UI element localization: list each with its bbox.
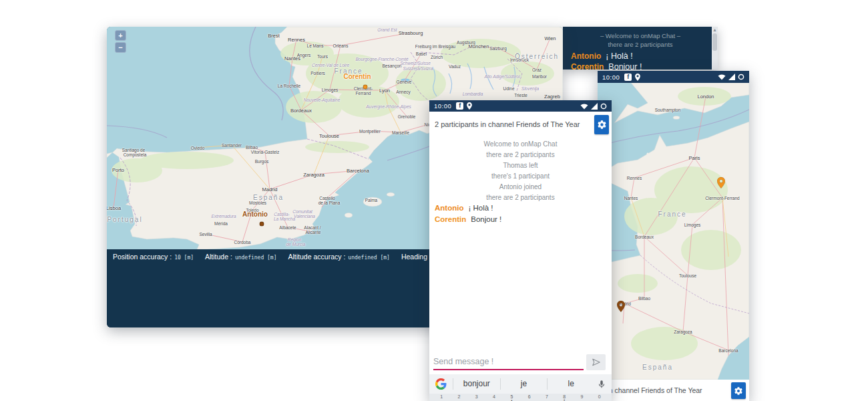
back-chat-window: – Welcome to onMap Chat –there are 2 par… [563, 27, 718, 70]
mic-icon [597, 379, 606, 390]
mic-button[interactable] [594, 379, 609, 390]
scrollbar-up-icon[interactable]: ▲ [712, 27, 718, 33]
status-value: 10 [m] [174, 255, 194, 261]
system-message: there are 2 participants [429, 192, 612, 203]
welcome-lines: – Welcome to onMap Chat –there are 2 par… [563, 27, 718, 49]
status-item: Altitude : undefined [m] [205, 253, 276, 261]
keyboard-key[interactable]: 4 r [485, 394, 503, 401]
system-message: Welcome to onMap Chat [429, 139, 612, 150]
keyboard-key[interactable]: 1 a [433, 394, 450, 401]
facebook-notification-icon: f [624, 74, 632, 81]
chat-username: Antonio [435, 204, 463, 212]
keyboard-suggestion-bar: bonjourjele [429, 374, 612, 394]
status-value: undefined [m] [235, 255, 277, 261]
keyboard-key[interactable]: 7 u [538, 394, 556, 401]
chat-message: Corentin Bonjour ! [429, 214, 612, 225]
status-label: Heading : [401, 253, 431, 261]
chat-username: Corentin [435, 215, 466, 223]
channel-title: 2 participants in channel Friends of The… [435, 120, 580, 128]
map-pin[interactable] [617, 301, 625, 315]
map-pin[interactable] [717, 177, 725, 191]
suggestion-list: bonjourjele [453, 374, 594, 394]
chat-message: Corentin Bonjour ! [563, 61, 718, 70]
map-zoom-control: + − [115, 30, 126, 54]
back-chat-messages: Antonio ¡ Holà ! Corentin Bonjour ! [563, 51, 718, 70]
phone-map[interactable]: LondonSouthamptonParisRennesNantesFrance… [598, 83, 749, 380]
system-messages: Welcome to onMap Chatthere are 2 partici… [429, 139, 612, 203]
android-status-bar: 10:00 f [429, 100, 612, 112]
battery-icon [738, 74, 744, 80]
message-input[interactable] [433, 354, 584, 370]
zoom-out-button[interactable]: − [115, 42, 126, 53]
chat-text: Bonjour ! [471, 215, 501, 223]
marker-dot[interactable] [260, 222, 264, 227]
keyboard-key[interactable]: 8 i [556, 394, 573, 401]
chat-message: Antonio ¡ Holà ! [429, 203, 612, 214]
google-logo-icon[interactable] [435, 378, 447, 390]
suggestion-chip[interactable]: le [547, 378, 594, 390]
gear-icon [597, 120, 607, 130]
chat-messages: Antonio ¡ Holà ! Corentin Bonjour ! [429, 203, 612, 225]
status-label: Altitude accuracy : [288, 253, 346, 261]
chat-username: Corentin [571, 62, 604, 70]
keyboard-key[interactable]: 5 t [503, 394, 520, 401]
zoom-in-button[interactable]: + [115, 30, 126, 41]
battery-icon [600, 103, 607, 110]
suggestion-chip[interactable]: je [500, 378, 548, 390]
keyboard-key[interactable]: 6 y [520, 394, 537, 401]
marker-name: Corentin [343, 73, 371, 80]
suggestion-chip[interactable]: bonjour [453, 378, 500, 390]
marker-name: Antonio [242, 211, 268, 218]
status-label: Altitude : [205, 253, 232, 261]
keyboard-key[interactable]: 2 z [450, 394, 467, 401]
location-notification-icon [635, 74, 640, 81]
status-value: undefined [m] [348, 255, 390, 261]
gear-icon [734, 386, 743, 396]
channel-title: 2 participants in channel Friends of The… [598, 386, 702, 394]
front-phone-screenshot: 10:00 f 2 participants in channel Friend… [429, 100, 612, 401]
send-icon [591, 358, 602, 367]
phone-map-graphic [598, 83, 749, 380]
settings-button[interactable] [594, 115, 609, 134]
system-message: there's 1 participant [429, 171, 612, 182]
channel-header: 2 participants in channel Friends of The… [429, 112, 612, 138]
scrollbar-thumb[interactable] [712, 33, 717, 51]
status-label: Position accuracy : [113, 253, 172, 261]
middle-phone-screenshot: 10:00 f [598, 71, 749, 401]
keyboard-key[interactable]: 9 o [573, 394, 590, 401]
system-message: – Welcome to onMap Chat – [563, 31, 718, 40]
system-message: there are 2 participants [429, 150, 612, 160]
signal-icon [591, 103, 598, 110]
clock: 10:00 [602, 74, 620, 81]
status-item: Position accuracy : 10 [m] [113, 253, 194, 261]
system-message: there are 2 participants [563, 40, 718, 49]
status-item: Altitude accuracy : undefined [m] [288, 253, 390, 261]
keyboard-number-row: 1 a 2 z 3 e 4 r [429, 394, 612, 401]
collage-stage: – Welcome to onMap Chat –there are 2 par… [0, 0, 868, 401]
wifi-icon [718, 74, 726, 80]
message-input-row [429, 353, 612, 373]
wifi-icon [580, 103, 588, 110]
signal-icon [728, 74, 735, 80]
marker-dot[interactable] [363, 85, 368, 90]
system-message: Thomas left [429, 160, 612, 171]
keyboard-key[interactable]: 3 e [468, 394, 485, 401]
send-button[interactable] [586, 354, 606, 370]
keyboard-key[interactable]: 0 p [591, 394, 608, 401]
chat-username: Antonio [571, 51, 601, 61]
chat-message: Antonio ¡ Holà ! [563, 51, 718, 61]
android-status-bar: 10:00 f [598, 71, 749, 83]
chat-text: ¡ Holà ! [606, 51, 632, 61]
chat-text: Bonjour ! [608, 62, 642, 70]
chat-text: ¡ Holà ! [468, 204, 493, 212]
channel-header: 2 participants in channel Friends of The… [598, 380, 749, 401]
settings-button[interactable] [731, 382, 746, 399]
scrollbar[interactable]: ▲ [712, 27, 718, 70]
facebook-notification-icon: f [456, 102, 463, 110]
system-message: Antonio joined [429, 182, 612, 192]
location-notification-icon [467, 102, 472, 110]
clock: 10:00 [434, 102, 451, 110]
keyboard-top-row: 1 a 2 z 3 e 4 r [429, 394, 612, 401]
